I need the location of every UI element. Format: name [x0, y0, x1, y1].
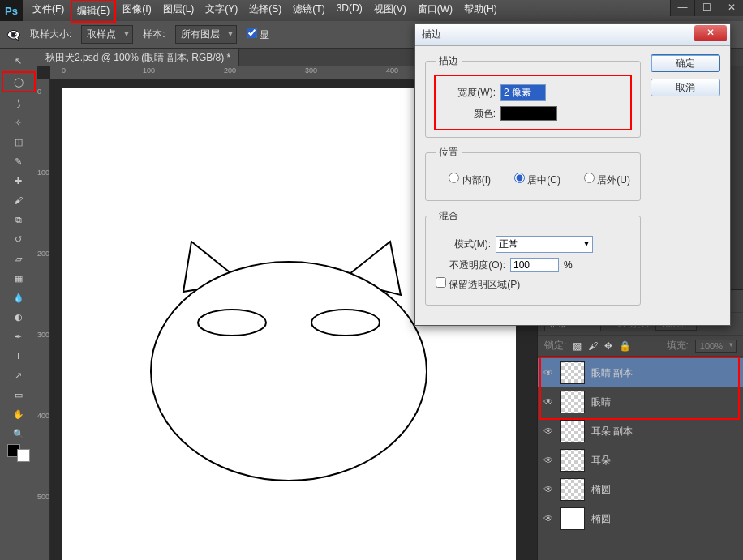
menu-view[interactable]: 视图(V)	[369, 0, 411, 23]
zoom-tool[interactable]: 🔍	[7, 425, 30, 442]
stamp-tool[interactable]: ⧉	[7, 211, 30, 229]
blend-mode-select[interactable]: 正常▾	[496, 236, 593, 253]
tools-panel: ↖ ◯ ⟆ ✧ ◫ ✎ ✚ 🖌 ⧉ ↺ ▱ ▦ 💧 ◐ ✒ T ↗ ▭ ✋ 🔍	[0, 49, 37, 560]
position-fieldset: 位置 内部(I) 居中(C) 居外(U)	[425, 146, 641, 201]
menu-3d[interactable]: 3D(D)	[332, 0, 367, 23]
menu-type[interactable]: 文字(Y)	[200, 0, 243, 23]
stroke-fieldset: 描边 宽度(W): 2 像素 颜色:	[425, 54, 641, 138]
sample-layers-dropdown[interactable]: 所有图层	[175, 25, 237, 44]
layer-thumbnail[interactable]	[560, 420, 585, 442]
lasso-tool[interactable]: ⟆	[7, 94, 30, 112]
layer-name[interactable]: 椭圆	[591, 483, 611, 497]
menu-edit[interactable]: 编辑(E)	[71, 0, 116, 23]
lock-transparent-icon[interactable]: ▩	[573, 340, 582, 352]
hand-tool[interactable]: ✋	[7, 405, 30, 423]
ruler-tick: 300	[37, 331, 49, 339]
pos-center-radio[interactable]: 居中(C)	[505, 173, 560, 187]
wand-tool[interactable]: ✧	[7, 113, 30, 131]
menu-file[interactable]: 文件(F)	[28, 0, 69, 23]
layer-row[interactable]: 👁 耳朵	[538, 446, 743, 475]
menu-select[interactable]: 选择(S)	[244, 0, 286, 23]
menu-image[interactable]: 图像(I)	[118, 0, 156, 23]
menu-filter[interactable]: 滤镜(T)	[288, 0, 329, 23]
document-tab[interactable]: 秋田犬2.psd @ 100% (眼睛 副本, RGB/8) *	[37, 49, 239, 67]
opacity-unit: %	[564, 259, 573, 271]
eyedropper-icon: 👁‍🗨	[6, 28, 20, 41]
eyedropper-tool[interactable]: ✎	[7, 152, 30, 170]
layer-name[interactable]: 耳朵	[591, 454, 611, 468]
menu-layer[interactable]: 图层(L)	[158, 0, 200, 23]
layer-name[interactable]: 耳朵 副本	[591, 425, 633, 438]
svg-point-2	[151, 262, 427, 481]
layer-thumbnail[interactable]	[560, 361, 585, 384]
visibility-toggle[interactable]: 👁	[543, 513, 554, 524]
visibility-toggle[interactable]: 👁	[543, 455, 554, 466]
menu-help[interactable]: 帮助(H)	[459, 0, 502, 23]
fill-dropdown[interactable]: 100%	[695, 340, 737, 353]
sample-size-dropdown[interactable]: 取样点	[81, 25, 133, 44]
layer-row[interactable]: 👁 椭圆	[538, 504, 743, 533]
dialog-titlebar[interactable]: 描边 ✕	[415, 24, 730, 46]
ruler-tick: 400	[386, 66, 398, 75]
marquee-tool[interactable]: ◯	[2, 71, 36, 92]
lock-move-icon[interactable]: ✥	[604, 340, 612, 352]
lock-label: 锁定:	[544, 339, 566, 353]
menu-window[interactable]: 窗口(W)	[413, 0, 457, 23]
ruler-tick: 400	[37, 412, 49, 420]
layer-thumbnail[interactable]	[560, 449, 585, 472]
layer-thumbnail[interactable]	[560, 391, 585, 413]
color-swatch[interactable]	[500, 106, 557, 121]
blur-tool[interactable]: 💧	[7, 289, 30, 306]
shape-tool[interactable]: ▭	[7, 386, 30, 404]
eraser-tool[interactable]: ▱	[7, 250, 30, 267]
path-tool[interactable]: ↗	[7, 366, 30, 384]
blend-legend: 混合	[436, 209, 462, 223]
gradient-tool[interactable]: ▦	[7, 269, 30, 287]
layers-list: 👁 眼睛 副本 👁 眼睛 👁 耳朵 副本 👁 耳朵 👁 椭圆 👁 椭圆	[538, 357, 743, 533]
ruler-vertical: 0 100 200 300 400 500	[37, 79, 50, 560]
move-tool[interactable]: ↖	[7, 52, 30, 70]
brush-tool[interactable]: 🖌	[7, 191, 30, 209]
history-brush-tool[interactable]: ↺	[7, 230, 30, 248]
stroke-dialog: 描边 ✕ 描边 宽度(W): 2 像素 颜色: 位置	[414, 23, 731, 326]
ruler-tick: 500	[37, 493, 49, 501]
layer-row[interactable]: 👁 椭圆	[538, 475, 743, 504]
maximize-button[interactable]: ☐	[694, 0, 719, 16]
layer-thumbnail[interactable]	[560, 478, 585, 501]
color-swatches[interactable]	[7, 444, 30, 462]
width-input[interactable]: 2 像素	[500, 84, 546, 101]
close-button[interactable]: ✕	[719, 0, 743, 16]
layer-row[interactable]: 👁 耳朵 副本	[538, 417, 743, 446]
dialog-close-button[interactable]: ✕	[694, 25, 727, 41]
ruler-tick: 200	[37, 250, 49, 258]
minimize-button[interactable]: —	[670, 0, 694, 16]
layer-thumbnail[interactable]	[560, 507, 585, 530]
crop-tool[interactable]: ◫	[7, 133, 30, 151]
heal-tool[interactable]: ✚	[7, 172, 30, 190]
show-checkbox[interactable]: 显	[247, 28, 269, 42]
ok-button[interactable]: 确定	[651, 54, 720, 72]
window-controls: — ☐ ✕	[670, 0, 743, 16]
background-color[interactable]	[17, 449, 30, 462]
lock-paint-icon[interactable]: 🖌	[588, 340, 598, 352]
pen-tool[interactable]: ✒	[7, 327, 30, 345]
width-label: 宽度(W):	[440, 86, 496, 100]
opacity-label: 不透明度(O):	[436, 259, 505, 272]
layer-name[interactable]: 椭圆	[591, 512, 611, 526]
lock-all-icon[interactable]: 🔒	[619, 340, 631, 352]
visibility-toggle[interactable]: 👁	[543, 425, 554, 437]
ruler-tick: 200	[224, 66, 236, 75]
titlebar: Ps 文件(F) 编辑(E) 图像(I) 图层(L) 文字(Y) 选择(S) 滤…	[0, 0, 743, 21]
visibility-toggle[interactable]: 👁	[543, 484, 554, 495]
opacity-input[interactable]	[510, 258, 559, 272]
dodge-tool[interactable]: ◐	[7, 308, 30, 326]
color-label: 颜色:	[440, 107, 496, 121]
svg-point-4	[311, 310, 380, 336]
fill-label: 填充:	[667, 339, 689, 353]
type-tool[interactable]: T	[7, 347, 30, 365]
preserve-checkbox[interactable]: 保留透明区域(P)	[436, 277, 520, 292]
pos-outer-radio[interactable]: 居外(U)	[575, 173, 630, 187]
pos-inner-radio[interactable]: 内部(I)	[436, 173, 491, 187]
cancel-button[interactable]: 取消	[651, 79, 720, 96]
sample-label: 样本:	[143, 28, 165, 41]
